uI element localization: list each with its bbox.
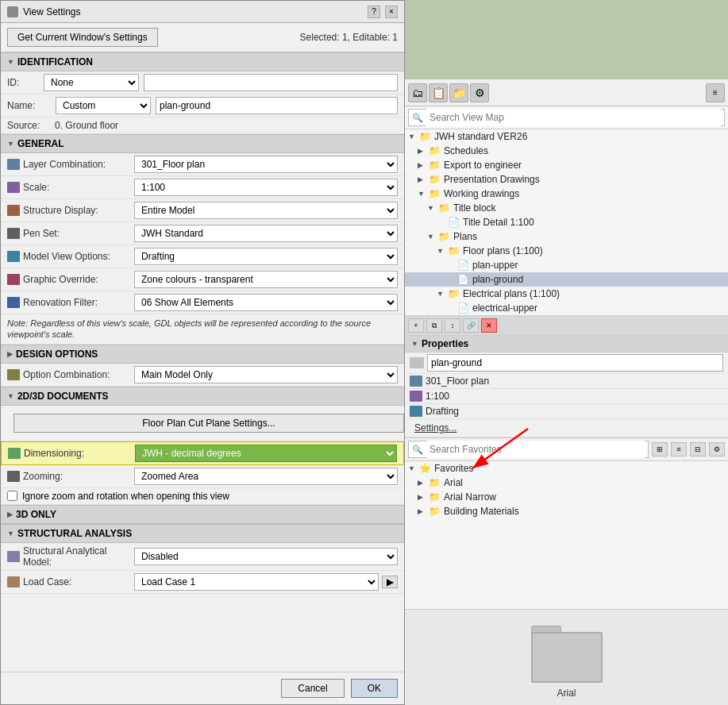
source-row: Source: 0. Ground floor — [1, 118, 404, 134]
get-settings-button[interactable]: Get Current Window's Settings — [7, 28, 158, 47]
fav-item-building-materials[interactable]: ▶ 📁 Building Materials — [405, 504, 728, 518]
name-select[interactable]: Custom — [56, 97, 151, 114]
fav-thumb-btn[interactable]: ⊟ — [690, 442, 706, 457]
tree-item-electrical-upper[interactable]: ▶ 📄 electrical-upper — [405, 301, 728, 315]
structural-model-select[interactable]: Disabled — [134, 548, 398, 565]
prop-name-row — [405, 352, 728, 374]
structure-display-select[interactable]: Entire Model — [134, 202, 398, 219]
prop-copy-btn[interactable]: ⧉ — [426, 318, 442, 333]
tree-item-plan-upper[interactable]: ▶ 📄 plan-upper — [405, 258, 728, 272]
option-combination-select[interactable]: Main Model Only — [134, 366, 398, 383]
structure-display-label: Structure Display: — [23, 205, 98, 216]
tree-item-working-drawings[interactable]: ▼ 📁 Working drawings — [405, 187, 728, 201]
prop-move-btn[interactable]: ↕ — [445, 318, 460, 333]
renovation-filter-icon — [7, 297, 20, 308]
view-map-tree: ▼ 📁 JWH standard VER26 ▶ 📁 Schedules ▶ 📁… — [405, 129, 728, 316]
load-case-label: Load Case: — [23, 576, 71, 588]
identification-section-header[interactable]: ▼ IDENTIFICATION — [1, 52, 404, 71]
structural-model-label: Structural Analytical Model: — [23, 545, 134, 568]
graphic-override-select[interactable]: Zone colours - transparent — [134, 271, 398, 288]
id-text-input[interactable] — [144, 74, 398, 91]
tree-item-plans[interactable]: ▼ 📁 Plans — [405, 229, 728, 244]
menu-icon[interactable]: ≡ — [706, 83, 725, 102]
search-favorites-input[interactable] — [426, 441, 645, 458]
model-view-label: Model View Options: — [23, 251, 110, 262]
folder-preview: Arial — [405, 609, 728, 705]
model-view-icon — [7, 251, 20, 262]
properties-icon[interactable]: ⚙ — [470, 83, 489, 102]
settings-link[interactable]: Settings... — [410, 421, 723, 435]
fav-item-favorites[interactable]: ▼ ⭐ Favorites — [405, 461, 728, 476]
folder-preview-label: Arial — [557, 688, 576, 699]
design-options-arrow: ▶ — [7, 350, 13, 358]
name-label: Name: — [7, 100, 51, 111]
scale-icon — [7, 182, 20, 193]
close-button[interactable]: × — [385, 6, 398, 18]
zooming-select[interactable]: Zoomed Area — [134, 468, 398, 485]
cancel-button[interactable]: Cancel — [281, 679, 344, 698]
pen-set-select[interactable]: JWH Standard — [134, 225, 398, 242]
layer-combination-select[interactable]: 301_Floor plan — [134, 156, 398, 173]
note-text: Note: Regardless of this view's scale, G… — [1, 314, 404, 345]
3d-only-section-header[interactable]: ▶ 3D ONLY — [1, 505, 404, 524]
dimensioning-select[interactable]: JWH - decimal degrees — [135, 445, 397, 462]
prop-delete-btn[interactable]: ✕ — [481, 318, 497, 333]
2d3d-arrow: ▼ — [7, 392, 14, 400]
zooming-label: Zooming: — [23, 471, 63, 482]
dimensioning-icon — [8, 448, 21, 459]
right-panel: 🗂 📋 📁 ⚙ ≡ 🔍 ▼ 📁 JWH standard VER26 — [405, 0, 728, 705]
navigator-icon[interactable]: 🗂 — [408, 83, 427, 102]
dialog-titlebar: View Settings ? × — [1, 1, 404, 23]
layer-combination-row: Layer Combination: 301_Floor plan — [1, 153, 404, 176]
prop-new-btn[interactable]: + — [408, 318, 424, 333]
tree-item-electrical-plans[interactable]: ▼ 📁 Electrical plans (1:100) — [405, 287, 728, 301]
tree-item-presentation[interactable]: ▶ 📁 Presentation Drawings — [405, 172, 728, 187]
zooming-icon — [7, 471, 20, 482]
view-map-icon[interactable]: 📋 — [429, 83, 448, 102]
search-view-map-icon: 🔍 — [412, 113, 423, 123]
fav-item-arial-narrow[interactable]: ▶ 📁 Arial Narrow — [405, 490, 728, 504]
fav-grid-btn[interactable]: ⊞ — [652, 442, 668, 457]
tree-item-floor-plans[interactable]: ▼ 📁 Floor plans (1:100) — [405, 244, 728, 258]
prop-modelview-row: Drafting — [405, 404, 728, 419]
tree-item-jwh-standard[interactable]: ▼ 📁 JWH standard VER26 — [405, 129, 728, 144]
fav-settings-btn[interactable]: ⚙ — [709, 442, 725, 457]
tree-item-schedules[interactable]: ▶ 📁 Schedules — [405, 144, 728, 158]
tree-item-title-block[interactable]: ▼ 📁 Title block — [405, 201, 728, 215]
scale-select[interactable]: 1:100 — [134, 179, 398, 196]
dimensioning-label: Dimensioning: — [24, 448, 84, 459]
general-section-header[interactable]: ▼ GENERAL — [1, 134, 404, 153]
renovation-filter-select[interactable]: 06 Show All Elements — [134, 294, 398, 311]
tree-item-plan-ground[interactable]: ▶ 📄 plan-ground — [405, 272, 728, 287]
tree-item-export[interactable]: ▶ 📁 Export to engineer — [405, 158, 728, 172]
tree-item-title-detail[interactable]: ▶ 📄 Title Detail 1:100 — [405, 215, 728, 229]
organizer-icon[interactable]: 📁 — [449, 83, 468, 102]
dialog-title-icon — [7, 6, 18, 17]
load-case-expand-btn[interactable]: ▶ — [382, 576, 398, 588]
model-view-select[interactable]: Drafting — [134, 248, 398, 265]
design-options-section-header[interactable]: ▶ DESIGN OPTIONS — [1, 345, 404, 364]
search-view-map-input[interactable] — [426, 109, 721, 126]
layer-combination-label: Layer Combination: — [23, 159, 106, 170]
archicad-canvas — [405, 0, 728, 79]
prop-name-input[interactable] — [427, 354, 723, 372]
source-label: Source: — [7, 120, 55, 131]
2d3d-section-header[interactable]: ▼ 2D/3D DOCUMENTS — [1, 387, 404, 406]
prop-link-btn[interactable]: 🔗 — [463, 318, 479, 333]
ok-button[interactable]: OK — [351, 679, 398, 698]
id-select[interactable]: None — [44, 74, 139, 91]
dialog-footer: Cancel OK — [1, 672, 404, 704]
folder-preview-image — [531, 626, 603, 683]
load-case-select[interactable]: Load Case 1 — [134, 573, 379, 591]
ignore-zoom-checkbox[interactable] — [7, 491, 17, 501]
help-button[interactable]: ? — [368, 6, 380, 18]
structural-analysis-section-header[interactable]: ▼ STRUCTURAL ANALYSIS — [1, 524, 404, 543]
fav-item-arial[interactable]: ▶ 📁 Arial — [405, 476, 728, 490]
prop-modelview-value: Drafting — [426, 406, 459, 417]
dialog-title: View Settings — [23, 6, 81, 17]
name-text-input[interactable] — [156, 97, 398, 114]
prop-name-icon — [410, 357, 424, 368]
floor-plan-cut-plane-button[interactable]: Floor Plan Cut Plane Settings... — [13, 414, 404, 433]
identification-label: IDENTIFICATION — [17, 56, 93, 67]
fav-list-btn[interactable]: ≡ — [671, 442, 687, 457]
